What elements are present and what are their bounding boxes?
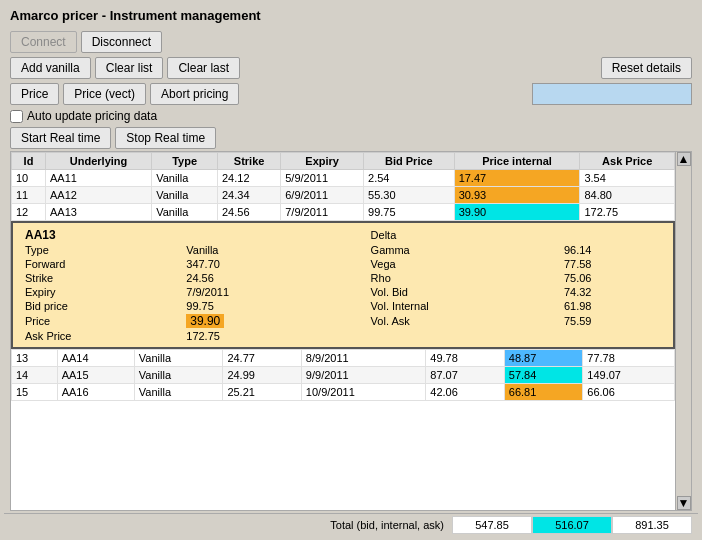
clear-list-button[interactable]: Clear list xyxy=(95,57,164,79)
price-input[interactable] xyxy=(532,83,692,105)
footer: Total (bid, internal, ask) 547.85 516.07… xyxy=(4,513,698,536)
connect-button[interactable]: Connect xyxy=(10,31,77,53)
abort-pricing-button[interactable]: Abort pricing xyxy=(150,83,239,105)
disconnect-button[interactable]: Disconnect xyxy=(81,31,162,53)
auto-update-label: Auto update pricing data xyxy=(27,109,157,123)
stop-realtime-button[interactable]: Stop Real time xyxy=(115,127,216,149)
start-realtime-button[interactable]: Start Real time xyxy=(10,127,111,149)
auto-update-checkbox[interactable] xyxy=(10,110,23,123)
detail-panel: AA13 Delta Type Vanilla Gamma 96.14 xyxy=(11,221,675,349)
footer-internal-total: 516.07 xyxy=(532,516,612,534)
table-row[interactable]: 12AA13Vanilla24.567/9/201199.7539.90172.… xyxy=(12,204,675,221)
footer-ask-total: 891.35 xyxy=(612,516,692,534)
table-row[interactable]: 14AA15Vanilla24.999/9/201187.0757.84149.… xyxy=(12,367,675,384)
table-header: IdUnderlyingTypeStrikeExpiryBid PricePri… xyxy=(12,153,675,170)
table-row[interactable]: 10AA11Vanilla24.125/9/20112.5417.473.54 xyxy=(12,170,675,187)
price-vect-button[interactable]: Price (vect) xyxy=(63,83,146,105)
table-row[interactable]: 11AA12Vanilla24.346/9/201155.3030.9384.8… xyxy=(12,187,675,204)
clear-last-button[interactable]: Clear last xyxy=(167,57,240,79)
footer-label: Total (bid, internal, ask) xyxy=(10,519,452,531)
footer-bid-total: 547.85 xyxy=(452,516,532,534)
window-title: Amarco pricer - Instrument management xyxy=(4,4,698,29)
add-vanilla-button[interactable]: Add vanilla xyxy=(10,57,91,79)
reset-details-button[interactable]: Reset details xyxy=(601,57,692,79)
price-button[interactable]: Price xyxy=(10,83,59,105)
table-row[interactable]: 15AA16Vanilla25.2110/9/201142.0666.8166.… xyxy=(12,384,675,401)
scrollbar[interactable]: ▲ ▼ xyxy=(675,152,691,510)
table-row[interactable]: 13AA14Vanilla24.778/9/201149.7848.8777.7… xyxy=(12,350,675,367)
